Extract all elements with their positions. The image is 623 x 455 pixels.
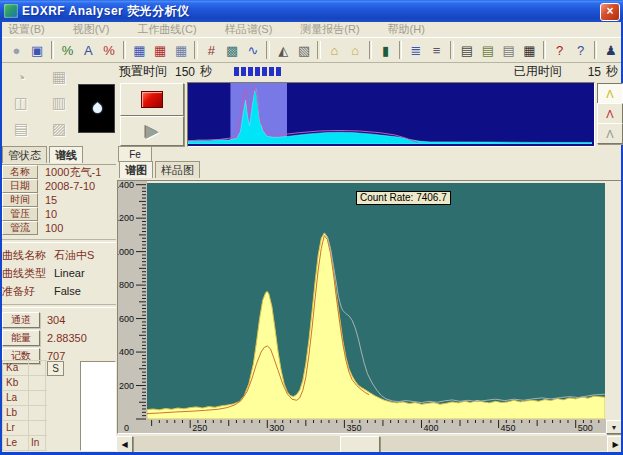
menu-item-3[interactable]: 样品谱(S) (225, 22, 273, 37)
stop-icon (141, 91, 163, 108)
line-table-row[interactable]: Kb (3, 376, 47, 391)
doc-icon[interactable]: ▤ (2, 116, 40, 142)
element-tab-strip: Fe (117, 146, 623, 161)
svg-text:200: 200 (119, 381, 134, 391)
line-table-row[interactable]: Lb (3, 406, 47, 421)
export-box-icon[interactable]: ▧ (295, 39, 314, 62)
field-label: 曲线类型 (2, 266, 52, 281)
field-row: 曲线名称石油中S (2, 246, 114, 264)
app-window: EDXRF Analyser 荧光分析仪 × 设置(B)视图(V)工作曲线(C)… (0, 0, 623, 455)
line-table-row[interactable]: La (3, 391, 47, 406)
progress-block (276, 67, 281, 76)
overview-spectrum[interactable] (187, 82, 595, 147)
database-icon[interactable]: ▣ (28, 39, 47, 62)
table-delete-icon[interactable]: ▦ (151, 39, 170, 62)
context-help-icon[interactable]: ? (571, 39, 590, 62)
spectrum-chart-panel[interactable]: 2004006008001000120014002503003504004505… (117, 180, 622, 434)
field-value: False (54, 285, 81, 297)
scroll-down-button[interactable]: ▼ (606, 420, 622, 434)
menu-item-0[interactable]: 设置(B) (8, 22, 45, 37)
list-blue-icon[interactable]: ≣ (406, 39, 425, 62)
region-grid-icon[interactable]: ▩ (223, 39, 242, 62)
print-setup-icon[interactable]: ▤ (478, 39, 497, 62)
home-load-icon[interactable]: ⌂ (346, 39, 365, 62)
field-label: 准备好 (2, 284, 52, 299)
line-table-row[interactable]: Ka (3, 361, 47, 376)
svg-text:300: 300 (269, 423, 284, 433)
peak-triangle-icon[interactable]: ◭ (274, 39, 293, 62)
element-column-header[interactable]: S (47, 361, 64, 376)
line-table-row[interactable]: LeIn (3, 436, 47, 451)
menu-item-1[interactable]: 视图(V) (73, 22, 110, 37)
toolbar-separator (594, 41, 598, 59)
line-label: Kb (3, 376, 29, 390)
timer-icon[interactable]: ◔ (2, 64, 40, 90)
tab-chart-1[interactable]: 样品图 (155, 161, 200, 178)
tab-left-0[interactable]: 管状态 (2, 146, 47, 163)
acquisition-strip: 预置时间 150 秒 已用时间 15 秒 (117, 62, 623, 81)
font-scale-icon[interactable]: A (79, 39, 98, 62)
percent-green-icon[interactable]: % (58, 39, 77, 62)
stop-button[interactable] (120, 83, 184, 116)
tab-element-fe[interactable]: Fe (118, 146, 152, 162)
log-book-icon[interactable]: ▮ (376, 39, 395, 62)
print-preview-icon[interactable]: ▤ (499, 39, 518, 62)
scrollbar-thumb[interactable] (340, 436, 380, 453)
field-label: 名称 (2, 165, 38, 179)
menu-item-4[interactable]: 测量报告(R) (300, 22, 359, 37)
progress-block (241, 67, 246, 76)
tab-chart-0[interactable]: 谱图 (119, 161, 153, 178)
grid-icon[interactable]: ▦ (40, 64, 78, 90)
toolbar-separator (266, 41, 270, 59)
home-save-icon[interactable]: ⌂ (325, 39, 344, 62)
field-label-button[interactable]: 能量 (2, 330, 40, 346)
table-edit-icon[interactable]: ▦ (172, 39, 191, 62)
help-book-icon[interactable]: ? (550, 39, 569, 62)
exit-person-icon[interactable]: ♟ (601, 39, 620, 62)
spectrum-plot: 2004006008001000120014002503003504004505… (118, 181, 621, 433)
emission-line-table: KaKbLaLbLrLeIn (2, 360, 47, 451)
toolbar-separator (51, 41, 55, 59)
elapsed-time-value: 15 (588, 65, 601, 79)
hatch-icon[interactable]: ▨ (40, 116, 78, 142)
tube-tool-panel: ◔▦◫▥▤▨ (2, 64, 78, 144)
calculator-icon[interactable]: ▦ (520, 39, 539, 62)
field-value: 304 (47, 314, 65, 326)
chart-h-scrollbar[interactable]: ◀ ▶ (116, 436, 622, 451)
list-gray-icon[interactable]: ≡ (427, 39, 446, 62)
elapsed-time-label: 已用时间 (514, 63, 562, 80)
svg-text:800: 800 (119, 280, 134, 290)
tab-left-1[interactable]: 谱线 (49, 146, 83, 163)
print-icon[interactable]: ▤ (458, 39, 477, 62)
field-row: 通道304 (2, 311, 114, 329)
curve-chart-icon[interactable]: ∿ (244, 39, 263, 62)
percent-red-icon[interactable]: % (100, 39, 119, 62)
card-icon[interactable]: ◫ (2, 90, 40, 116)
menu-item-5[interactable]: 帮助(H) (388, 22, 425, 37)
field-label-button[interactable]: 通道 (2, 312, 40, 328)
line-table-row[interactable]: Lr (3, 421, 47, 436)
close-button[interactable]: × (600, 3, 620, 21)
svg-text:500: 500 (578, 423, 593, 433)
rows-icon[interactable]: ▥ (40, 90, 78, 116)
peak-red-button[interactable]: Λ (597, 103, 623, 124)
sphere-icon[interactable]: ● (7, 39, 26, 62)
left-tab-strip: 管状态谱线 (0, 146, 116, 165)
calibrate-grid-icon[interactable]: # (202, 39, 221, 62)
svg-text:400: 400 (119, 347, 134, 357)
peak-gray-button[interactable]: Λ (597, 123, 623, 144)
table-new-icon[interactable]: ▦ (130, 39, 149, 62)
peak-yellow-button[interactable]: Λ (597, 83, 623, 104)
field-row: 日期2008-7-10 (2, 179, 114, 193)
element-list[interactable] (80, 361, 116, 451)
scroll-left-button[interactable]: ◀ (116, 436, 133, 453)
field-row: 管压10 (2, 207, 114, 221)
line-label: Le (3, 436, 29, 450)
title-bar[interactable]: EDXRF Analyser 荧光分析仪 × (0, 0, 623, 22)
overview-spectrum-plot (188, 83, 592, 144)
start-button[interactable]: ▶ (120, 116, 184, 146)
field-row: 能量2.88350 (2, 329, 114, 347)
progress-block (234, 67, 239, 76)
parameter-panel: 名称1000充气-1日期2008-7-10时间15管压10管流100曲线名称石油… (0, 165, 116, 365)
menu-item-2[interactable]: 工作曲线(C) (137, 22, 196, 37)
